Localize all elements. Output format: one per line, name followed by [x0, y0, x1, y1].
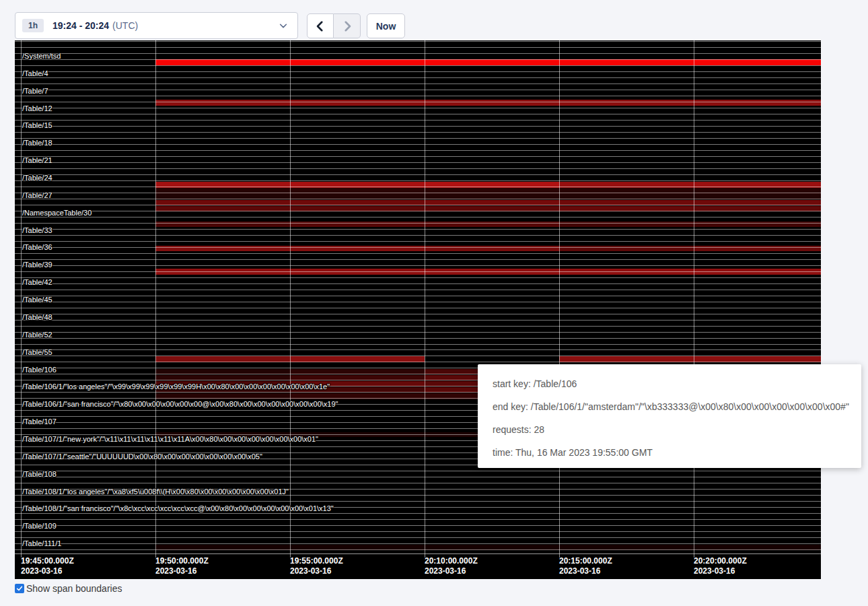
span-label: /Table/39: [22, 261, 52, 269]
time-boundary-line: [155, 40, 156, 558]
footer-controls: Show span boundaries: [15, 583, 122, 594]
time-preset-badge: 1h: [22, 19, 44, 32]
tick-date: 2023-03-16: [559, 566, 612, 576]
span-label: /Table/36: [22, 244, 52, 251]
tick-date: 2023-03-16: [21, 566, 74, 576]
heat-band-segment[interactable]: [559, 100, 694, 106]
span-boundary-line: [15, 205, 821, 205]
heat-band-segment[interactable]: [290, 59, 425, 65]
span-label: /Table/52: [22, 331, 52, 339]
span-boundary-line: [15, 543, 821, 544]
span-label: /Table/109: [22, 523, 57, 530]
tick-date: 2023-03-16: [694, 566, 747, 576]
span-boundary-line: [15, 537, 821, 538]
span-boundary-line: [15, 302, 821, 302]
span-boundary-line: [15, 356, 821, 356]
span-label: /Table/107: [22, 418, 57, 426]
span-label: /Table/48: [22, 314, 52, 321]
span-boundary-line: [15, 47, 821, 48]
time-range-selector[interactable]: 1h 19:24 - 20:24 (UTC): [15, 12, 298, 39]
span-boundary-line: [15, 235, 821, 236]
prev-time-button[interactable]: [307, 13, 334, 38]
span-label: /Table/33: [22, 227, 52, 234]
tick-time: 19:50:00.000Z: [155, 556, 209, 566]
span-label: /Table/106/1/"los angeles"/"\x99\x99\x99…: [22, 383, 330, 391]
heat-band-segment[interactable]: [694, 59, 821, 65]
time-axis-tick: 20:20:00.000Z2023-03-16: [694, 556, 747, 576]
span-boundary-line: [15, 53, 821, 54]
chevron-left-icon: [314, 20, 326, 32]
span-boundary-line: [15, 308, 821, 308]
span-label: /Table/12: [22, 105, 52, 112]
axis-top-line: [15, 553, 821, 554]
span-boundary-line: [15, 277, 821, 278]
span-label: /NamespaceTable/30: [22, 209, 92, 217]
span-boundary-line: [15, 283, 821, 284]
span-boundary-line: [15, 362, 821, 362]
span-label: /Table/108/1/"san francisco"/"\x8c\xcc\x…: [22, 505, 334, 512]
time-boundary-line: [21, 40, 22, 558]
span-boundary-line: [15, 114, 821, 114]
span-boundary-line: [15, 259, 821, 260]
span-label: /Table/4: [22, 70, 48, 77]
span-label: /Table/7: [22, 88, 48, 95]
time-axis-tick: 20:15:00.000Z2023-03-16: [559, 556, 612, 576]
time-boundary-line: [694, 40, 694, 558]
span-boundary-line: [15, 96, 821, 96]
span-boundary-line: [15, 349, 821, 350]
span-label: /Table/21: [22, 157, 52, 164]
heat-band-segment[interactable]: [155, 100, 290, 106]
span-label: /System/tsd: [22, 53, 61, 60]
chevron-right-icon: [341, 20, 353, 32]
span-boundary-line: [15, 525, 821, 526]
heat-band-segment[interactable]: [559, 59, 694, 65]
tooltip-end-key: end key: /Table/106/1/"amsterdam"/"\xb33…: [493, 400, 846, 413]
heat-band-segment[interactable]: [425, 100, 559, 106]
time-boundary-line: [559, 40, 560, 558]
tick-date: 2023-03-16: [155, 566, 209, 576]
span-boundary-line: [15, 253, 821, 254]
time-boundary-line: [425, 40, 425, 558]
span-label: /Table/18: [22, 139, 52, 147]
now-button[interactable]: Now: [367, 13, 405, 38]
next-time-button[interactable]: [334, 13, 361, 38]
span-boundary-line: [15, 519, 821, 520]
span-boundary-line: [15, 59, 821, 60]
span-boundary-line: [15, 531, 821, 532]
span-boundary-line: [15, 483, 821, 483]
time-range-text: 19:24 - 20:24: [52, 20, 109, 31]
span-boundary-line: [15, 77, 821, 78]
span-boundary-line: [15, 83, 821, 84]
tick-date: 2023-03-16: [425, 566, 478, 576]
tooltip-start-key: start key: /Table/106: [493, 377, 846, 391]
span-boundary-line: [15, 314, 821, 314]
heat-band-segment[interactable]: [694, 100, 821, 106]
heat-band-segment[interactable]: [290, 100, 425, 106]
time-axis-tick: 19:55:00.000Z2023-03-16: [290, 556, 343, 576]
time-boundary-line: [290, 40, 291, 558]
span-boundary-line: [15, 180, 821, 181]
time-axis-tick: 19:50:00.000Z2023-03-16: [155, 556, 209, 576]
span-boundary-line: [15, 156, 821, 157]
time-nav-group: [307, 13, 361, 38]
span-boundary-line: [15, 326, 821, 327]
span-boundary-line: [15, 477, 821, 477]
heatmap-tooltip: start key: /Table/106 end key: /Table/10…: [478, 364, 861, 468]
span-boundary-line: [15, 102, 821, 102]
span-boundary-line: [15, 65, 821, 66]
time-axis-tick: 19:45:00.000Z2023-03-16: [21, 556, 74, 576]
span-boundary-line: [15, 120, 821, 121]
heat-band-segment[interactable]: [155, 59, 290, 65]
heat-band-segment[interactable]: [425, 59, 559, 65]
key-visualizer-heatmap[interactable]: /System/tsd/Table/4/Table/7/Table/12/Tab…: [15, 40, 821, 579]
span-boundary-line: [15, 296, 821, 296]
tooltip-time: time: Thu, 16 Mar 2023 19:55:00 GMT: [493, 446, 846, 459]
show-span-boundaries-checkbox[interactable]: [15, 584, 24, 593]
span-boundary-line: [15, 162, 821, 163]
tick-time: 20:20:00.000Z: [694, 556, 747, 566]
span-boundary-line: [15, 513, 821, 514]
span-boundary-line: [15, 229, 821, 230]
span-label: /Table/27: [22, 192, 52, 199]
span-boundary-line: [15, 332, 821, 333]
show-span-boundaries-label: Show span boundaries: [26, 583, 122, 594]
